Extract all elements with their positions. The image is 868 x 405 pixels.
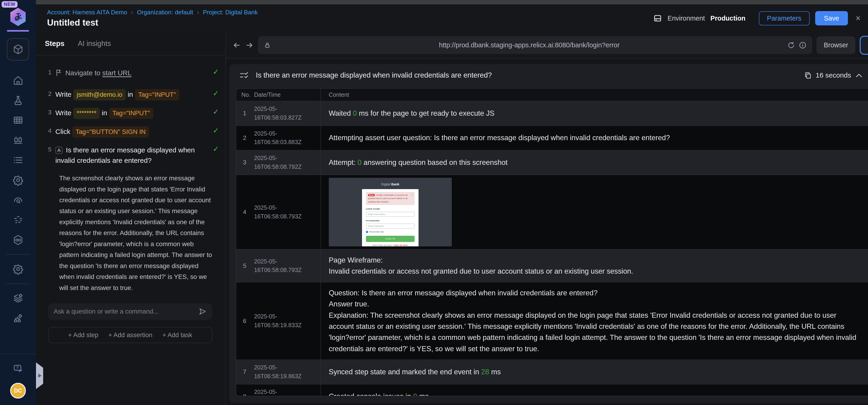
tab-browser[interactable]: Browser <box>816 36 855 54</box>
environment-value[interactable]: Production <box>710 15 745 22</box>
url-text[interactable]: http://prod.dbank.staging-apps.relicx.ai… <box>271 41 787 49</box>
copy-icon[interactable] <box>804 71 812 80</box>
step-action: Click <box>55 128 70 135</box>
step-number: 4 <box>43 127 52 135</box>
log-row-screenshot: 4 2025-05-16T06:58:08.793Z Digital Bank … <box>236 175 868 250</box>
logs-content: Is there an error message displayed when… <box>226 59 868 405</box>
steps-tabs: Steps AI insights <box>36 32 225 55</box>
layers-gear-icon <box>12 292 24 305</box>
step-number: 3 <box>43 109 52 116</box>
tab-steps[interactable]: Steps <box>45 39 64 48</box>
harness-aita-logo-icon[interactable] <box>10 8 26 26</box>
building-blocks-icon <box>12 214 24 226</box>
save-button[interactable]: Save <box>815 11 848 25</box>
window-top-strip <box>36 0 868 4</box>
sidebar-item-test-runs[interactable] <box>11 134 25 147</box>
row-content: Question: Is there an error message disp… <box>320 282 868 359</box>
left-nav-rail: NEW <box>0 0 36 405</box>
step-success-check-icon <box>213 126 219 135</box>
help-button[interactable]: ? <box>11 362 25 375</box>
log-row: 2 2025-05-16T06:58:03.883Z Attempting as… <box>236 126 868 150</box>
parameters-button[interactable]: Parameters <box>759 11 810 25</box>
forward-arrow-icon[interactable] <box>245 41 254 49</box>
row-number: 1 <box>236 102 253 125</box>
breadcrumb-account[interactable]: Account: Harness AITA Demo <box>47 9 127 16</box>
step-target-badge: Tag="INPUT" <box>135 89 179 100</box>
add-assertion-button[interactable]: + Add assertion <box>108 331 152 339</box>
breadcrumb-separator-icon <box>131 9 133 16</box>
breadcrumb-organization[interactable]: Organization: default <box>137 9 193 16</box>
sidebar-item-data-grid[interactable] <box>11 114 25 127</box>
sidebar-item-modules[interactable] <box>7 38 29 60</box>
column-header-no: No. <box>236 89 253 101</box>
log-table: No. Date/Time Content 1 2025-05-16T06:58… <box>236 88 868 396</box>
test-runs-icon <box>12 134 24 146</box>
command-input[interactable] <box>54 308 198 315</box>
row-timestamp: 2025-05-16T06:58:08.793Z <box>254 257 316 275</box>
row-number: 8 <box>236 384 253 396</box>
row-timestamp: 2025-05-16T06:58:03.827Z <box>254 105 316 122</box>
sidebar-item-list[interactable] <box>11 153 25 167</box>
chevron-up-icon[interactable] <box>855 72 863 79</box>
rail-divider <box>6 254 30 255</box>
list-icon <box>12 154 24 166</box>
help-chat-icon: ? <box>12 363 24 375</box>
close-icon[interactable] <box>856 13 861 23</box>
info-icon[interactable] <box>799 41 807 49</box>
step-value-badge: jsmith@demo.io <box>73 89 126 100</box>
step-target-badge: Tag="INPUT" <box>109 108 153 119</box>
step-conjunction: in <box>128 90 133 98</box>
row-timestamp: 2025-05-16T06:58:08.793Z <box>254 203 316 221</box>
back-arrow-icon[interactable] <box>232 41 241 49</box>
url-bar[interactable]: http://prod.dbank.staging-apps.relicx.ai… <box>258 36 812 54</box>
tab-logs[interactable]: Logs <box>860 36 868 55</box>
sidebar-item-project-setup[interactable] <box>11 292 25 305</box>
steps-list: 1 Navigate to start URL 2 Write jsmith@d… <box>36 55 225 405</box>
step-row-2[interactable]: 2 Write jsmith@demo.io in Tag="INPUT" <box>41 89 219 100</box>
row-content: Waited 0 ms for the page to get ready to… <box>329 108 861 119</box>
thumb-signup-line: Don't have account ? Sign Up Here <box>366 243 414 247</box>
log-question-header[interactable]: Is there an error message displayed when… <box>229 64 868 86</box>
main-area: http://prod.dbank.staging-apps.relicx.ai… <box>226 32 868 405</box>
step-row-1[interactable]: 1 Navigate to start URL <box>41 68 219 78</box>
step-text: Navigate to <box>65 69 102 77</box>
sidebar-item-org-structure[interactable] <box>11 312 25 325</box>
step-row-3[interactable]: 3 Write ******** in Tag="INPUT" <box>41 108 219 119</box>
start-url-link[interactable]: start URL <box>102 69 131 77</box>
sidebar-item-sessions[interactable] <box>11 194 25 207</box>
add-task-button[interactable]: + Add task <box>162 331 192 339</box>
thumb-username-input: Enter User Name <box>366 212 414 217</box>
screenshot-thumbnail[interactable]: Digital Bank ErrorInvalid credentials or… <box>329 178 452 247</box>
gear-icon <box>12 174 24 186</box>
row-content: Attempting assert user question: Is ther… <box>329 132 861 143</box>
sidebar-item-lab[interactable] <box>11 94 25 107</box>
sidebar-item-automation[interactable] <box>11 233 25 247</box>
table-grid-icon <box>12 114 24 126</box>
send-icon[interactable] <box>198 307 207 316</box>
breadcrumb-separator-icon <box>197 9 199 16</box>
thumb-close-icon <box>411 193 413 197</box>
rail-divider <box>6 284 30 284</box>
user-avatar[interactable]: DC <box>10 383 26 398</box>
row-content: Page Wireframe: Invalid credentials or a… <box>320 250 868 282</box>
sidebar-item-home[interactable] <box>11 74 25 87</box>
thumb-password-input: Enter Password <box>366 224 414 229</box>
sidebar-item-settings[interactable] <box>11 173 25 187</box>
step-number: 1 <box>43 69 52 76</box>
step-row-4[interactable]: 4 Click Tag="BUTTON" SIGN IN <box>41 126 219 138</box>
add-step-button[interactable]: + Add step <box>68 331 98 339</box>
step-number: 2 <box>43 90 52 97</box>
row-number: 2 <box>236 126 253 150</box>
row-timestamp: 2025-05-16T06:58:03.883Z <box>254 129 316 147</box>
refresh-icon[interactable] <box>787 41 795 49</box>
tab-ai-insights[interactable]: AI insights <box>78 39 111 48</box>
sidebar-item-account-settings[interactable] <box>11 263 25 276</box>
sidebar-item-blocks[interactable] <box>11 213 25 227</box>
breadcrumb-project[interactable]: Project: Digital Bank <box>203 9 258 16</box>
step-value-badge: ******** <box>73 108 100 119</box>
duration-badge: 16 seconds <box>816 71 851 79</box>
row-timestamp: 2025-05-16T06:58:19.833Z <box>254 312 316 330</box>
flag-icon <box>55 69 62 76</box>
step-row-5[interactable]: 5 AIs there an error message displayed w… <box>41 145 219 166</box>
step-conjunction: in <box>102 109 107 117</box>
